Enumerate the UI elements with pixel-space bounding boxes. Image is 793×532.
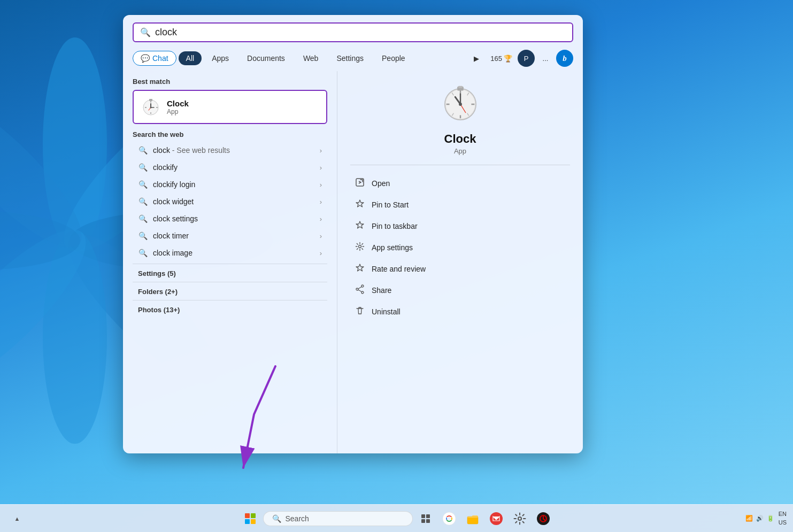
taskbar-search-icon: 🔍 (272, 514, 281, 523)
svg-rect-18 (149, 99, 152, 101)
web-item-clock-timer[interactable]: 🔍 clock timer › (133, 227, 327, 244)
divider-3 (133, 300, 327, 300)
app-type-large: App (454, 147, 466, 155)
svg-point-17 (150, 107, 152, 109)
action-pin-taskbar[interactable]: Pin to taskbar (350, 215, 570, 237)
svg-point-48 (448, 517, 451, 520)
windows-logo-icon (245, 513, 256, 524)
web-item-clock-image[interactable]: 🔍 clock image › (133, 244, 327, 261)
clock-app-icon-small (141, 97, 160, 117)
action-open-label: Open (372, 179, 390, 188)
task-view-button[interactable] (415, 508, 436, 529)
network-icon: 📶 (745, 515, 753, 522)
windows-start-button[interactable] (240, 508, 261, 529)
action-uninstall-label: Uninstall (372, 307, 401, 316)
svg-rect-34 (458, 86, 463, 88)
tab-bar: 💬 Chat All Apps Documents Web Settings P… (123, 48, 583, 71)
tab-web[interactable]: Web (295, 51, 327, 66)
category-settings[interactable]: Settings (5) (133, 266, 327, 280)
search-input-wrapper[interactable]: 🔍 clock (133, 22, 573, 42)
right-panel-divider (350, 165, 570, 165)
best-match-item[interactable]: Clock App (133, 90, 327, 124)
chevron-up-icon: ▲ (14, 515, 20, 522)
taskbar-app-explorer[interactable] (462, 508, 483, 529)
pin-start-icon (355, 199, 365, 211)
action-share[interactable]: Share (350, 280, 570, 301)
svg-point-38 (361, 291, 364, 294)
tab-settings[interactable]: Settings (328, 51, 372, 66)
category-photos[interactable]: Photos (13+) (133, 303, 327, 316)
tab-documents[interactable]: Documents (239, 51, 293, 66)
tab-all[interactable]: All (179, 51, 202, 65)
search-icon-sm-2: 🔍 (138, 163, 148, 172)
action-uninstall[interactable]: Uninstall (350, 301, 570, 322)
search-icon-sm-6: 🔍 (138, 232, 148, 240)
tab-web-label: Web (303, 54, 319, 63)
web-item-clock[interactable]: 🔍 clock - See web results › (133, 142, 327, 159)
web-item-clock-timer-text: clock timer (153, 232, 314, 240)
tab-settings-label: Settings (336, 54, 364, 63)
svg-point-36 (359, 245, 361, 248)
taskbar-app-mail[interactable] (486, 508, 507, 529)
action-app-settings-label: App settings (372, 243, 413, 252)
action-rate-review[interactable]: Rate and review (350, 258, 570, 280)
region-label: US (779, 519, 787, 527)
right-panel: Clock App Open (337, 71, 583, 453)
battery-icon: 🔋 (767, 515, 774, 522)
task-view-icon (420, 513, 431, 524)
web-item-clock-widget[interactable]: 🔍 clock widget › (133, 193, 327, 210)
tab-people[interactable]: People (374, 51, 413, 66)
category-folders[interactable]: Folders (2+) (133, 284, 327, 298)
system-time[interactable]: EN US (779, 510, 787, 527)
taskbar-chevron-btn[interactable]: ▲ (6, 508, 28, 529)
open-icon (355, 178, 365, 189)
action-app-settings[interactable]: App settings (350, 237, 570, 258)
tab-apps-label: Apps (212, 54, 229, 63)
taskbar-left: ▲ (6, 508, 28, 529)
svg-point-37 (361, 285, 364, 287)
tab-apps[interactable]: Apps (204, 51, 237, 66)
taskbar-search-box[interactable]: 🔍 Search (263, 511, 413, 526)
search-icon-sm-7: 🔍 (138, 249, 148, 257)
svg-point-32 (459, 103, 462, 106)
svg-rect-43 (421, 519, 425, 523)
search-icon: 🔍 (140, 27, 151, 37)
search-web-title: Search the web (133, 130, 327, 138)
web-item-clockify-login[interactable]: 🔍 clockify login › (133, 176, 327, 193)
web-item-clockify[interactable]: 🔍 clockify › (133, 159, 327, 176)
share-icon (355, 284, 365, 296)
play-button[interactable]: ▶ (468, 50, 485, 67)
search-icon-sm-5: 🔍 (138, 214, 148, 223)
more-button[interactable]: ... (537, 50, 554, 67)
chevron-right-icon-4: › (320, 198, 322, 206)
svg-rect-42 (426, 514, 430, 518)
action-pin-start-label: Pin to Start (372, 201, 409, 209)
taskbar: ▲ 🔍 Search (0, 504, 793, 532)
tab-chat[interactable]: 💬 Chat (133, 51, 176, 66)
search-icon-sm-4: 🔍 (138, 197, 148, 206)
system-tray[interactable]: 📶 🔊 🔋 (745, 515, 774, 522)
web-item-clock-settings[interactable]: 🔍 clock settings › (133, 210, 327, 227)
taskbar-app-other[interactable] (533, 508, 554, 529)
action-pin-start[interactable]: Pin to Start (350, 194, 570, 215)
mail-icon (489, 512, 503, 526)
taskbar-app-chrome[interactable] (438, 508, 460, 529)
chevron-right-icon-7: › (320, 249, 322, 257)
other-app-icon (536, 512, 550, 526)
tab-all-label: All (186, 54, 195, 63)
tab-people-label: People (382, 54, 405, 63)
profile-button[interactable]: P (518, 50, 535, 67)
taskbar-app-settings[interactable] (509, 508, 530, 529)
web-item-clockify-text: clockify (153, 163, 314, 172)
web-item-clock-text: clock - See web results (153, 146, 314, 155)
rate-review-icon (355, 263, 365, 275)
action-open[interactable]: Open (350, 173, 570, 194)
pin-taskbar-icon (355, 220, 365, 232)
chrome-icon (442, 512, 456, 526)
search-input[interactable]: clock (155, 27, 566, 38)
best-match-text: Clock App (167, 99, 189, 115)
trophy-icon: 🏆 (504, 55, 512, 63)
main-content: Best match (123, 71, 583, 453)
bing-button[interactable]: b (556, 50, 573, 67)
chat-icon: 💬 (141, 54, 150, 63)
